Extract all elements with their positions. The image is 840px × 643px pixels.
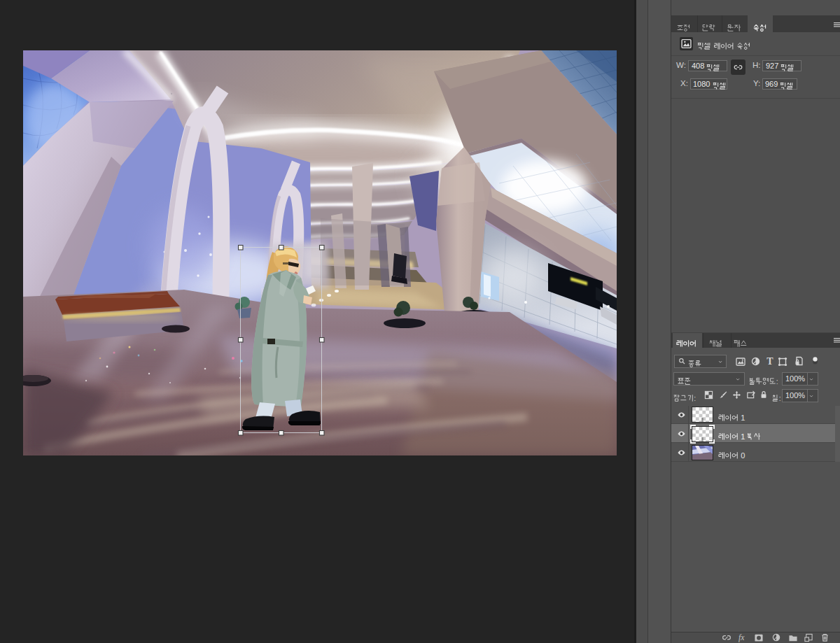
svg-text:T: T	[766, 356, 774, 366]
svg-text::: :	[779, 395, 781, 402]
svg-text:fx: fx	[738, 633, 745, 642]
svg-text::: :	[694, 395, 696, 402]
svg-text::: :	[776, 378, 778, 386]
